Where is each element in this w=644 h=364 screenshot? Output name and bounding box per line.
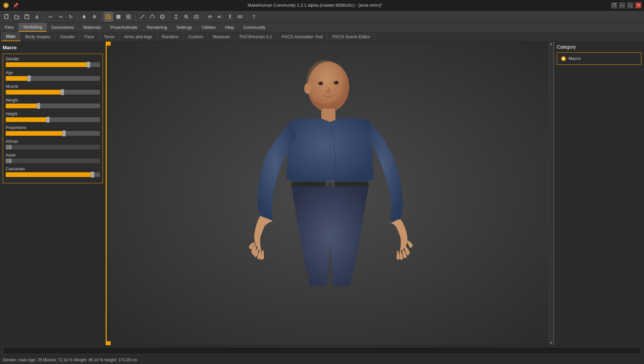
- proportions-handle[interactable]: [62, 130, 66, 136]
- tab-facs-animation[interactable]: FACS Animation Tool: [277, 32, 328, 41]
- svg-point-37: [321, 82, 322, 83]
- viewport-background: [107, 42, 553, 345]
- undo-button[interactable]: ↩: [46, 12, 55, 21]
- tab-main[interactable]: Main: [1, 32, 20, 41]
- sep2: [77, 13, 78, 21]
- redo-button[interactable]: ↪: [56, 12, 65, 21]
- menu-community[interactable]: Community: [239, 23, 270, 32]
- caucasian-fill: [6, 172, 93, 177]
- new-button[interactable]: [2, 12, 11, 21]
- scroll-down[interactable]: ▼: [550, 341, 553, 345]
- menu-files[interactable]: Files: [0, 23, 18, 32]
- african-handle[interactable]: [9, 145, 12, 149]
- menu-modelling[interactable]: Modelling: [18, 23, 47, 32]
- proportions-track[interactable]: [6, 131, 100, 136]
- tab-facs-human[interactable]: FACSHuman 0.1: [235, 32, 277, 41]
- height-handle[interactable]: [46, 117, 50, 123]
- svg-point-23: [229, 14, 231, 16]
- caucasian-handle[interactable]: [91, 172, 94, 178]
- tab-gender[interactable]: Gender: [55, 32, 79, 41]
- category-macro-item[interactable]: Macro: [559, 55, 639, 62]
- open-button[interactable]: [12, 12, 21, 21]
- minimize-button[interactable]: ─: [619, 2, 625, 8]
- proportions-slider-group: Proportions: [6, 125, 100, 136]
- weight-track[interactable]: [6, 104, 100, 108]
- grab-button[interactable]: [90, 12, 99, 21]
- viewport[interactable]: ▲ ▼: [107, 42, 553, 345]
- asian-handle[interactable]: [9, 159, 12, 163]
- select-button[interactable]: [80, 12, 89, 21]
- gender-handle[interactable]: [87, 62, 90, 68]
- maximize-button[interactable]: □: [627, 2, 633, 8]
- svg-rect-2: [5, 14, 8, 19]
- asian-label: Asian: [6, 153, 100, 158]
- menu-settings[interactable]: Settings: [172, 23, 197, 32]
- viewport-scrollbar[interactable]: ▲ ▼: [549, 42, 553, 345]
- grid-button[interactable]: [124, 12, 133, 21]
- corner-tl: [107, 42, 111, 46]
- panel-title: Macro: [3, 44, 103, 51]
- zoom-button[interactable]: [181, 12, 191, 21]
- export-button[interactable]: [32, 12, 42, 21]
- gender-slider-group: Gender: [6, 57, 100, 67]
- scroll-up[interactable]: ▲: [550, 42, 553, 46]
- macro-radio[interactable]: [561, 56, 566, 61]
- muscle-label: Muscle: [6, 84, 100, 89]
- close-button[interactable]: ✕: [635, 2, 641, 8]
- refresh-button[interactable]: ↻: [66, 12, 75, 21]
- svg-line-26: [229, 17, 230, 19]
- macro-label: Macro: [569, 56, 581, 61]
- african-track[interactable]: [6, 145, 100, 149]
- subdivision-button[interactable]: [158, 12, 167, 21]
- svg-rect-28: [238, 16, 242, 18]
- macro-radio-inner: [562, 58, 565, 60]
- save-button[interactable]: [22, 12, 32, 21]
- tab-torso[interactable]: Torso: [99, 32, 120, 41]
- tab-body-shapes[interactable]: Body shapes: [20, 32, 55, 41]
- tab-measure[interactable]: Measure: [208, 32, 235, 41]
- caucasian-label: Caucasian: [6, 167, 100, 171]
- solid-button[interactable]: [114, 12, 123, 21]
- measure-button[interactable]: [138, 12, 147, 21]
- menubar: Files Modelling Geometries Materials Pos…: [0, 23, 644, 32]
- height-label: Height: [6, 112, 100, 116]
- menu-utilities[interactable]: Utilities: [197, 23, 220, 32]
- tab-facs-scene[interactable]: FACS Scene Editor: [328, 32, 375, 41]
- gender-track[interactable]: [6, 62, 100, 67]
- camera-button[interactable]: [192, 12, 201, 21]
- menu-pose-animate[interactable]: Pose/Animate: [106, 23, 142, 32]
- status-input[interactable]: [3, 347, 641, 354]
- svg-rect-11: [126, 17, 128, 19]
- mirror-button[interactable]: [215, 12, 225, 21]
- height-track[interactable]: [6, 117, 100, 122]
- tab-custom[interactable]: Custom: [183, 32, 208, 41]
- menu-rendering[interactable]: Rendering: [142, 23, 172, 32]
- caucasian-track[interactable]: [6, 172, 100, 177]
- menu-geometries[interactable]: Geometries: [47, 23, 78, 32]
- smooth-button[interactable]: [148, 12, 157, 21]
- muscle-handle[interactable]: [61, 89, 64, 95]
- svg-rect-22: [220, 16, 222, 18]
- wireframe-button[interactable]: [104, 12, 113, 21]
- muscle-track[interactable]: [6, 90, 100, 95]
- svg-rect-10: [129, 15, 130, 16]
- age-handle[interactable]: [28, 75, 31, 81]
- svg-point-44: [329, 170, 331, 172]
- menu-materials[interactable]: Materials: [78, 23, 106, 32]
- smooth2-button[interactable]: [205, 12, 215, 21]
- grid2-button[interactable]: [235, 12, 245, 21]
- restore-button[interactable]: ❐: [611, 2, 617, 8]
- asian-track[interactable]: [6, 159, 100, 163]
- african-label: African: [6, 139, 100, 144]
- tab-random[interactable]: Random: [157, 32, 183, 41]
- tab-face[interactable]: Face: [80, 32, 99, 41]
- menu-help[interactable]: Help: [220, 23, 239, 32]
- age-track[interactable]: [6, 76, 100, 81]
- svg-point-20: [196, 16, 197, 17]
- tab-arms-legs[interactable]: Arms and legs: [119, 32, 157, 41]
- weight-handle[interactable]: [37, 103, 40, 109]
- titlebar-title: MakeHuman Community 1.2.1 alpha (master:…: [19, 3, 611, 8]
- help-button[interactable]: ?: [249, 12, 259, 21]
- skeleton-button[interactable]: [225, 12, 235, 21]
- sym-button[interactable]: [171, 12, 181, 21]
